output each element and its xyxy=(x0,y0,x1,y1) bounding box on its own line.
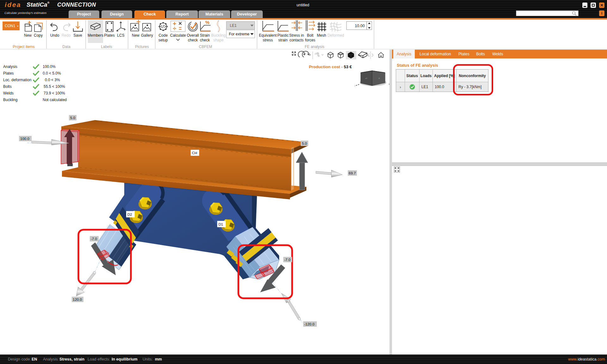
svg-text:LE1: LE1 xyxy=(230,23,237,28)
svg-text:Overall: Overall xyxy=(187,33,199,38)
svg-text:Undo: Undo xyxy=(50,33,59,38)
svg-text:Copy: Copy xyxy=(34,33,43,38)
svg-text:CH: CH xyxy=(192,151,197,155)
svg-text:For extreme: For extreme xyxy=(229,32,249,36)
svg-text:-7.0: -7.0 xyxy=(91,237,97,241)
svg-text:New: New xyxy=(24,33,32,38)
svg-text:Deformed: Deformed xyxy=(328,33,344,38)
svg-text:Strain: Strain xyxy=(200,33,210,38)
svg-text:Buckling: Buckling xyxy=(211,33,225,38)
svg-text:-120.0: -120.0 xyxy=(304,322,315,326)
svg-text:5.0: 5.0 xyxy=(70,116,75,120)
svg-text:69.7: 69.7 xyxy=(349,171,356,175)
svg-text:New: New xyxy=(132,33,139,38)
svg-text:shape: shape xyxy=(213,38,224,42)
svg-text:-7.0: -7.0 xyxy=(284,258,291,262)
svg-text:Plastic: Plastic xyxy=(277,33,288,38)
svg-text:strain: strain xyxy=(278,38,287,42)
svg-text:5.0: 5.0 xyxy=(302,142,307,145)
svg-text:setup: setup xyxy=(158,38,168,42)
svg-text:Members: Members xyxy=(88,33,103,38)
svg-text:Bolt: Bolt xyxy=(307,33,314,38)
svg-text:+Y: +Y xyxy=(365,77,367,79)
svg-text:check: check xyxy=(200,38,210,42)
svg-text:forces: forces xyxy=(305,38,316,42)
svg-text:LCS: LCS xyxy=(117,33,124,38)
svg-text:check: check xyxy=(188,38,198,42)
svg-text:D1: D1 xyxy=(218,222,223,226)
svg-text:Calculate: Calculate xyxy=(170,33,186,38)
svg-text:Stress in: Stress in xyxy=(289,33,304,38)
svg-text:D2: D2 xyxy=(127,213,132,216)
svg-text:Save: Save xyxy=(73,33,82,38)
svg-text:-X: -X xyxy=(378,77,380,79)
svg-text:120.0: 120.0 xyxy=(73,298,82,301)
svg-text:10.00: 10.00 xyxy=(355,24,365,28)
svg-text:stress: stress xyxy=(263,38,273,42)
svg-text:%: % xyxy=(205,20,209,25)
svg-text:100.0: 100.0 xyxy=(20,137,29,141)
svg-text:Redo: Redo xyxy=(62,33,71,38)
svg-text:contacts: contacts xyxy=(290,38,304,42)
svg-text:Gallery: Gallery xyxy=(141,33,153,38)
svg-text:Plates: Plates xyxy=(104,33,114,38)
svg-text:Equivalent: Equivalent xyxy=(259,33,277,38)
svg-text:Code: Code xyxy=(159,33,168,38)
svg-text:Mesh: Mesh xyxy=(317,33,326,38)
